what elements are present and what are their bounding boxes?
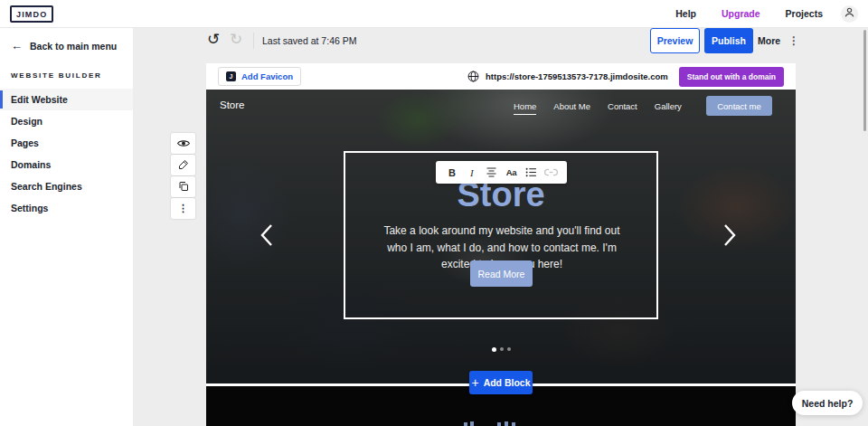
sidebar-item-label: Domains bbox=[11, 159, 51, 170]
back-to-main-menu[interactable]: ← Back to main menu bbox=[0, 28, 133, 64]
hero-section[interactable]: Store Home About Me Contact Gallery Cont… bbox=[206, 90, 796, 384]
favicon-preview: J bbox=[226, 71, 236, 81]
style-block-button[interactable] bbox=[171, 155, 195, 175]
undo-button[interactable]: ↺ bbox=[207, 30, 220, 49]
top-bar: JIMDO Help Upgrade Projects bbox=[0, 0, 868, 28]
sidebar-item-design[interactable]: Design bbox=[0, 110, 133, 132]
next-section-text-peek bbox=[505, 421, 508, 426]
preview-button[interactable]: Preview bbox=[650, 28, 700, 53]
block-more-button[interactable]: ⋮ bbox=[171, 198, 195, 219]
redo-button[interactable]: ↻ bbox=[230, 30, 242, 49]
hide-block-button[interactable] bbox=[171, 133, 195, 154]
read-more-button[interactable]: Read More bbox=[470, 260, 533, 287]
sidebar-item-search-engines[interactable]: Search Engines bbox=[0, 175, 133, 197]
site-nav-gallery[interactable]: Gallery bbox=[655, 101, 682, 115]
next-section-text-peek bbox=[497, 422, 501, 426]
help-link[interactable]: Help bbox=[675, 8, 696, 19]
sidebar-item-label: Search Engines bbox=[11, 181, 82, 192]
app-window: JIMDO Help Upgrade Projects ← Back to ma… bbox=[0, 0, 868, 426]
contact-me-button[interactable]: Contact me bbox=[706, 96, 772, 116]
sidebar-item-label: Design bbox=[11, 116, 42, 127]
plus-icon: + bbox=[471, 377, 478, 388]
italic-button[interactable]: I bbox=[465, 166, 479, 180]
add-favicon-label: Add Favicon bbox=[241, 71, 293, 81]
toolbar-divider bbox=[253, 33, 254, 49]
account-avatar[interactable] bbox=[841, 5, 858, 23]
sidebar-section-title: WEBSITE BUILDER bbox=[0, 64, 133, 89]
bold-button[interactable]: B bbox=[445, 166, 459, 180]
back-arrow-icon: ← bbox=[11, 42, 23, 51]
kebab-menu-icon: ⋮ bbox=[788, 34, 799, 47]
carousel-dots bbox=[206, 347, 796, 352]
sidebar-item-label: Pages bbox=[11, 137, 39, 148]
carousel-next-button[interactable] bbox=[723, 223, 736, 251]
kebab-menu-icon: ⋮ bbox=[178, 203, 188, 214]
upgrade-link[interactable]: Upgrade bbox=[722, 8, 760, 19]
link-button[interactable] bbox=[543, 166, 558, 180]
next-section-text-peek bbox=[470, 421, 474, 426]
sidebar: ← Back to main menu WEBSITE BUILDER Edit… bbox=[0, 28, 133, 426]
next-section-text-peek bbox=[512, 422, 515, 426]
sidebar-item-domains[interactable]: Domains bbox=[0, 154, 133, 175]
sidebar-item-label: Settings bbox=[11, 203, 48, 213]
domain-upsell-button[interactable]: Stand out with a domain bbox=[679, 67, 784, 87]
list-button[interactable] bbox=[524, 166, 538, 180]
site-nav-contact[interactable]: Contact bbox=[608, 101, 637, 115]
site-logo[interactable]: Store bbox=[220, 99, 245, 110]
more-menu-button[interactable]: More ⋮ bbox=[758, 33, 799, 49]
last-saved-status: Last saved at 7:46 PM bbox=[262, 35, 356, 46]
globe-icon bbox=[467, 71, 479, 82]
site-nav-about-me[interactable]: About Me bbox=[553, 101, 590, 115]
carousel-dot-3[interactable] bbox=[507, 347, 511, 351]
user-icon bbox=[844, 5, 855, 22]
site-url[interactable]: https://store-1759513573-7178.jimdosite.… bbox=[486, 71, 668, 81]
more-label: More bbox=[758, 35, 780, 46]
sidebar-item-label: Edit Website bbox=[11, 94, 68, 105]
jimdo-logo[interactable]: JIMDO bbox=[10, 5, 53, 23]
eye-icon bbox=[177, 136, 190, 152]
site-nav: Home About Me Contact Gallery bbox=[514, 101, 682, 115]
text-format-toolbar: B I Aa bbox=[436, 161, 567, 184]
need-help-button[interactable]: Need help? bbox=[792, 391, 863, 415]
next-section-text-peek bbox=[464, 422, 467, 426]
add-favicon-button[interactable]: J Add Favicon bbox=[218, 67, 301, 86]
sidebar-item-pages[interactable]: Pages bbox=[0, 132, 133, 154]
duplicate-block-button[interactable] bbox=[171, 176, 195, 197]
vertical-scrollbar[interactable] bbox=[863, 30, 866, 131]
undo-icon: ↺ bbox=[207, 31, 220, 48]
sidebar-item-settings[interactable]: Settings bbox=[0, 197, 133, 219]
copy-icon bbox=[178, 179, 189, 195]
projects-link[interactable]: Projects bbox=[786, 8, 823, 19]
site-nav-home[interactable]: Home bbox=[514, 101, 536, 115]
back-label: Back to main menu bbox=[30, 41, 117, 52]
carousel-prev-button[interactable] bbox=[260, 223, 273, 251]
redo-icon: ↻ bbox=[230, 31, 242, 48]
publish-button[interactable]: Publish bbox=[704, 28, 753, 53]
sidebar-item-edit-website[interactable]: Edit Website bbox=[0, 89, 133, 110]
site-settings-bar: J Add Favicon https://store-1759513573-7… bbox=[206, 63, 796, 90]
carousel-dot-2[interactable] bbox=[500, 347, 504, 351]
block-tools-palette: ⋮ bbox=[171, 133, 195, 219]
style-brush-icon bbox=[178, 157, 189, 174]
font-style-button[interactable]: Aa bbox=[504, 166, 518, 180]
add-block-button[interactable]: + Add Block bbox=[469, 371, 533, 394]
carousel-dot-1[interactable] bbox=[492, 347, 496, 352]
align-button[interactable] bbox=[485, 166, 499, 180]
add-block-label: Add Block bbox=[484, 377, 531, 388]
